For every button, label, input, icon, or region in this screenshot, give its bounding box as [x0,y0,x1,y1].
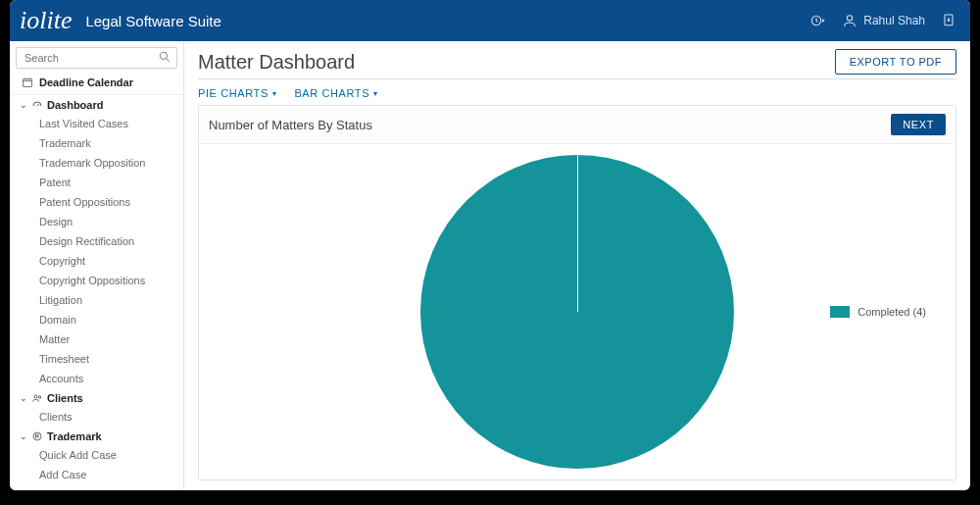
app-logo: iolite [20,6,72,35]
history-play-icon[interactable] [810,13,826,28]
svg-point-3 [160,52,167,59]
sidebar-section-clients[interactable]: ⌄ Clients [10,388,183,407]
app-title: Legal Software Suite [85,13,220,29]
pie-chart [420,155,734,469]
svg-rect-4 [24,79,32,87]
user-menu[interactable]: Rahul Shah [842,13,925,28]
sidebar-item-timesheet[interactable]: Timesheet [10,349,183,369]
sidebar-item-patent-oppositions[interactable]: Patent Oppositions [10,192,183,212]
main-content: Matter Dashboard EXPORT TO PDF PIE CHART… [184,41,970,490]
section-title: Trademark [47,430,102,442]
sidebar-item-copyright[interactable]: Copyright [10,251,183,271]
legend-swatch [830,306,850,318]
people-icon [31,392,43,404]
registered-icon [31,430,43,442]
sidebar-item-design-rectification[interactable]: Design Rectification [10,231,183,251]
search-icon [158,50,172,64]
gauge-icon [31,99,43,111]
calendar-label: Deadline Calendar [39,76,133,88]
app-window: iolite Legal Software Suite Rahul Shah [10,0,970,490]
sidebar-nav[interactable]: ⌄ Dashboard Last Visited Cases Trademark… [10,95,183,490]
section-title: Clients [47,392,83,404]
chevron-down-icon: ⌄ [20,393,27,403]
next-button[interactable]: NEXT [891,114,946,135]
sidebar-deadline-calendar[interactable]: Deadline Calendar [10,73,183,95]
chart-legend: Completed (4) [830,306,926,318]
section-title: Dashboard [47,99,103,111]
sidebar-item-litigation[interactable]: Litigation [10,290,183,310]
chart-type-tabs: PIE CHARTS ▾ BAR CHARTS ▾ [198,79,956,105]
user-name-label: Rahul Shah [863,14,925,27]
sidebar-search [10,41,183,73]
sidebar-item-last-visited-cases[interactable]: Last Visited Cases [10,114,183,133]
sidebar-item-copyright-oppositions[interactable]: Copyright Oppositions [10,271,183,290]
sidebar-item-patent[interactable]: Patent [10,173,183,192]
sidebar: Deadline Calendar ⌄ Dashboard Last Visit… [10,41,184,490]
tab-label: PIE CHARTS [198,87,269,99]
export-icon[interactable] [941,13,956,28]
tab-bar-charts[interactable]: BAR CHARTS ▾ [294,87,377,99]
search-input[interactable] [16,47,177,69]
app-header: iolite Legal Software Suite Rahul Shah [10,0,970,41]
sidebar-item-clients[interactable]: Clients [10,407,183,427]
tab-pie-charts[interactable]: PIE CHARTS ▾ [198,87,276,99]
page-title: Matter Dashboard [198,51,355,74]
chart-card-body[interactable]: Completed (4) [199,144,956,480]
sidebar-item-design[interactable]: Design [10,212,183,231]
chevron-down-icon: ▾ [373,89,378,98]
chevron-down-icon: ⌄ [20,100,27,110]
chart-title: Number of Matters By Status [209,118,372,132]
svg-point-6 [38,396,41,399]
sidebar-item-trademark-opposition[interactable]: Trademark Opposition [10,153,183,173]
sidebar-item-add-case[interactable]: Add Case [10,465,183,484]
sidebar-item-trademark[interactable]: Trademark [10,133,183,153]
sidebar-item-domain[interactable]: Domain [10,310,183,329]
sidebar-item-case-list[interactable]: Case List [10,484,183,490]
app-body: Deadline Calendar ⌄ Dashboard Last Visit… [10,41,970,490]
calendar-icon [22,76,33,88]
svg-point-1 [848,16,853,21]
chart-card-header: Number of Matters By Status NEXT [199,106,956,144]
export-pdf-button[interactable]: EXPORT TO PDF [835,49,956,75]
sidebar-item-quick-add-case[interactable]: Quick Add Case [10,445,183,465]
svg-point-5 [34,395,37,398]
chevron-down-icon: ▾ [272,89,277,98]
chart-card: Number of Matters By Status NEXT Complet… [198,105,956,480]
sidebar-section-trademark[interactable]: ⌄ Trademark [10,427,183,445]
sidebar-item-accounts[interactable]: Accounts [10,369,183,388]
sidebar-item-matter[interactable]: Matter [10,329,183,349]
legend-label: Completed (4) [858,306,926,318]
main-header: Matter Dashboard EXPORT TO PDF [198,49,956,79]
chevron-down-icon: ⌄ [20,431,27,441]
tab-label: BAR CHARTS [294,87,369,99]
header-actions: Rahul Shah [810,13,956,28]
sidebar-section-dashboard[interactable]: ⌄ Dashboard [10,95,183,114]
